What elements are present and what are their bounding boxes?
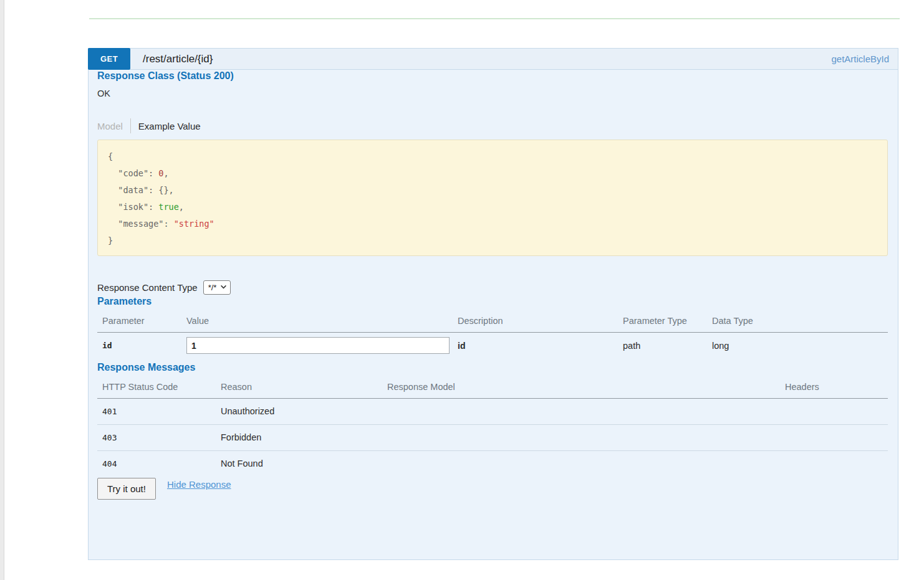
parameter-row: id id path long [97, 333, 888, 362]
parameters-header-row: Parameter Value Description Parameter Ty… [97, 308, 888, 333]
parameter-description: id [453, 333, 618, 362]
col-description: Description [453, 308, 618, 333]
example-value-code-block: { "code": 0, "data": {}, "isok": true, "… [97, 140, 888, 256]
response-messages-header-row: HTTP Status Code Reason Response Model H… [97, 374, 888, 399]
parameter-type: path [618, 333, 707, 362]
headers [780, 425, 888, 451]
chevron-down-icon [221, 285, 226, 289]
section-divider-line [89, 18, 900, 19]
response-messages-table: HTTP Status Code Reason Response Model H… [97, 374, 888, 477]
response-message-row: 401 Unauthorized [97, 399, 888, 425]
col-headers: Headers [780, 374, 888, 399]
reason: Unauthorized [216, 399, 382, 425]
reason: Forbidden [216, 425, 382, 451]
json-example-code: { "code": 0, "data": {}, "isok": true, "… [108, 148, 877, 249]
response-message-row: 404 Not Found [97, 451, 888, 477]
status-code: 404 [97, 451, 216, 477]
col-http-status-code: HTTP Status Code [97, 374, 216, 399]
response-class-description: OK [97, 88, 888, 99]
endpoint-path-link[interactable]: /rest/article/{id} [143, 53, 213, 65]
tab-model[interactable]: Model [97, 121, 130, 131]
parameter-data-type: long [707, 333, 888, 362]
status-code: 403 [97, 425, 216, 451]
col-parameter: Parameter [97, 308, 181, 333]
schema-tabs: Model Example Value [97, 118, 888, 133]
operation-content: Response Class (Status 200) OK Model Exa… [88, 70, 898, 560]
col-data-type: Data Type [707, 308, 888, 333]
response-model [382, 451, 780, 477]
operation-heading[interactable]: GET /rest/article/{id} getArticleById [88, 48, 898, 70]
response-content-type-value: */* [208, 283, 217, 292]
col-reason: Reason [216, 374, 382, 399]
response-content-type-label: Response Content Type [97, 282, 198, 293]
response-model [382, 399, 780, 425]
reason: Not Found [216, 451, 382, 477]
parameter-value-input[interactable] [186, 337, 450, 354]
headers [780, 451, 888, 477]
response-content-type-select[interactable]: */* [203, 280, 231, 295]
try-it-out-button[interactable]: Try it out! [97, 478, 156, 500]
parameters-title: Parameters [97, 295, 888, 308]
hide-response-link[interactable]: Hide Response [167, 479, 231, 490]
parameter-name: id [97, 333, 181, 362]
response-class-title: Response Class (Status 200) [97, 70, 888, 82]
tab-example-value[interactable]: Example Value [131, 121, 201, 131]
response-message-row: 403 Forbidden [97, 425, 888, 451]
col-response-model: Response Model [382, 374, 780, 399]
operation-nickname-link[interactable]: getArticleById [831, 54, 889, 64]
http-method-badge: GET [88, 48, 130, 70]
response-messages-title: Response Messages [97, 361, 888, 374]
operation-actions: Try it out! Hide Response [97, 478, 888, 500]
api-operation-panel: GET /rest/article/{id} getArticleById Re… [88, 48, 898, 560]
status-code: 401 [97, 399, 216, 425]
response-content-type-row: Response Content Type */* [97, 279, 888, 295]
parameters-table: Parameter Value Description Parameter Ty… [97, 308, 888, 361]
col-value: Value [181, 308, 453, 333]
response-model [382, 425, 780, 451]
page-left-gutter [0, 0, 4, 580]
headers [780, 399, 888, 425]
col-parameter-type: Parameter Type [618, 308, 707, 333]
